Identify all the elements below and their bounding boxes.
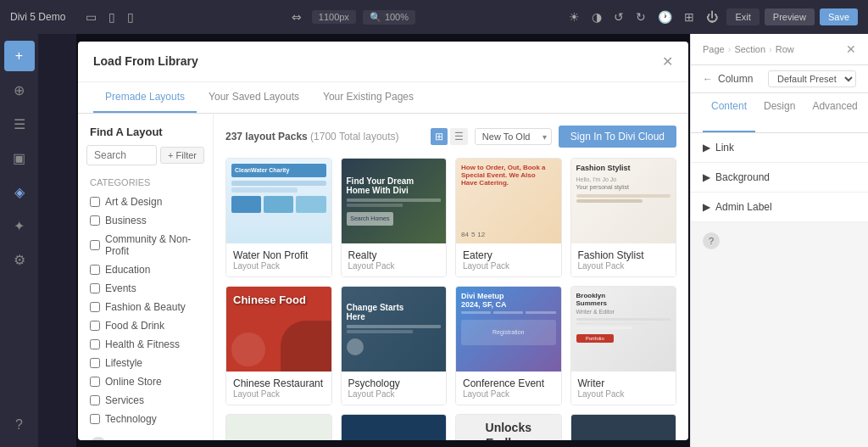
preset-select[interactable]: Default Preset: [768, 70, 856, 87]
grid-view-icon[interactable]: ⊞: [431, 128, 448, 145]
layout-grid-row3: Unlocks Endless: [225, 414, 676, 440]
modal-close-button[interactable]: ✕: [662, 53, 673, 70]
search-icon: 🔍: [370, 12, 381, 23]
category-health[interactable]: Health & Fitness: [78, 335, 213, 354]
sidebar-help[interactable]: ?: [78, 428, 213, 440]
power-icon[interactable]: ⏻: [703, 8, 721, 25]
settings-icon[interactable]: ◈: [4, 176, 35, 207]
tab-advanced[interactable]: Advanced: [804, 93, 865, 132]
tab-saved-layouts[interactable]: Your Saved Layouts: [197, 82, 311, 113]
card-thumbnail: Change StartsHere: [342, 287, 447, 372]
load-from-library-modal: Load From Library ✕ Premade Layouts Your…: [78, 42, 688, 440]
left-sidebar: + ⊕ ☰ ▣ ◈ ✦ ⚙ ?: [0, 34, 38, 447]
sun-icon[interactable]: ☀: [565, 8, 583, 25]
card-type: Layout Pack: [578, 261, 670, 271]
save-button[interactable]: Save: [820, 8, 858, 25]
grid-icon[interactable]: ▣: [4, 142, 35, 173]
category-events[interactable]: Events: [78, 279, 213, 298]
layout-card-partial-1[interactable]: [225, 414, 332, 440]
signin-button[interactable]: Sign In To Divi Cloud: [559, 126, 676, 148]
device-icons: ▭ ▯ ▯: [82, 8, 137, 25]
layout-card-psychology[interactable]: Change StartsHere Psychology: [341, 286, 448, 405]
layout-card-partial-4[interactable]: [570, 414, 677, 440]
expand-icon: ▶: [703, 142, 710, 154]
tablet-icon[interactable]: ▯: [105, 8, 119, 25]
layout-card-partial-2[interactable]: [341, 414, 448, 440]
category-technology[interactable]: Technology: [78, 410, 213, 428]
zoom-badge[interactable]: 🔍 100%: [363, 10, 415, 25]
moon-icon[interactable]: ◑: [588, 8, 605, 25]
menu-icon[interactable]: ☰: [4, 109, 35, 139]
layout-card-partial-3[interactable]: Unlocks Endless: [455, 414, 562, 440]
top-bar: Divi 5 Demo ▭ ▯ ▯ ⇔ 1100px 🔍 100% ☀ ◑ ↺ …: [0, 0, 868, 34]
layout-card-water-non-profit[interactable]: CleanWater Charity: [225, 158, 332, 277]
category-community[interactable]: Community & Non-Profit: [78, 230, 213, 260]
layout-card-realty[interactable]: Find Your DreamHome With Divi Search Hom…: [341, 158, 448, 277]
close-panel-button[interactable]: ✕: [846, 42, 856, 56]
card-name: Eatery: [463, 249, 554, 261]
filter-button[interactable]: + Filter: [160, 147, 204, 164]
right-panel: Page › Section › Row ✕ ← Column Default …: [690, 34, 868, 447]
exit-button[interactable]: Exit: [726, 8, 759, 25]
desktop-icon[interactable]: ▭: [82, 8, 100, 25]
help-icon[interactable]: ?: [4, 410, 35, 440]
layout-card-writer[interactable]: BrooklynSummers Writer & Editor Portfoli…: [570, 286, 677, 405]
category-business[interactable]: Business: [78, 211, 213, 230]
category-lifestyle[interactable]: Lifestyle: [78, 354, 213, 372]
category-fashion[interactable]: Fashion & Beauty: [78, 298, 213, 316]
tab-content[interactable]: Content: [703, 93, 755, 132]
search-row: + Filter: [78, 145, 213, 172]
layout-grid-row1: CleanWater Charity: [225, 158, 676, 277]
sort-wrapper: New To Old Old To New A to Z Z to A: [475, 128, 552, 145]
modal-header: Load From Library ✕: [78, 42, 688, 82]
background-section[interactable]: ▶ Background: [691, 163, 868, 193]
categories-title: Categories: [78, 172, 213, 193]
sort-select[interactable]: New To Old Old To New A to Z Z to A: [475, 128, 552, 145]
card-name: Writer: [578, 377, 670, 389]
tools-icon[interactable]: ⚙: [4, 244, 35, 275]
layout-card-conference-event[interactable]: Divi Meetup2024, SF, CA Registration: [455, 286, 562, 405]
mobile-icon[interactable]: ▯: [124, 8, 137, 25]
card-type: Layout Pack: [463, 389, 554, 399]
category-art-design[interactable]: Art & Design: [78, 193, 213, 211]
link-section[interactable]: ▶ Link: [691, 133, 868, 163]
tab-design[interactable]: Design: [755, 93, 804, 132]
layout-card-chinese-restaurant[interactable]: Chinese Food Chinese Restaurant Layout P…: [225, 286, 332, 405]
search-input[interactable]: [86, 145, 157, 165]
layout-card-fashion-stylist[interactable]: Fashion Stylist Hello, I'm Jo Jo Your pe…: [570, 158, 677, 277]
history-icon[interactable]: 🕐: [654, 8, 676, 25]
back-arrow-icon[interactable]: ←: [703, 73, 713, 85]
category-education[interactable]: Education: [78, 260, 213, 279]
layout-grid-row2: Chinese Food Chinese Restaurant Layout P…: [225, 286, 676, 405]
tab-premade-layouts[interactable]: Premade Layouts: [93, 82, 197, 113]
redo-icon[interactable]: ↻: [632, 8, 649, 25]
list-view-icon[interactable]: ☰: [450, 128, 468, 145]
paint-icon[interactable]: ✦: [4, 210, 35, 241]
panel-tabs: Content Design Advanced ▾ ☐: [691, 93, 868, 133]
card-thumbnail: Find Your DreamHome With Divi Search Hom…: [342, 159, 447, 243]
view-icons: ⊞ ☰: [431, 128, 468, 145]
layout-card-eatery[interactable]: How to Order, Out, Book aSpecial Event. …: [455, 158, 562, 277]
preview-button[interactable]: Preview: [765, 8, 815, 25]
category-services[interactable]: Services: [78, 391, 213, 410]
card-thumbnail: Chinese Food: [226, 287, 331, 372]
card-name: Fashion Stylist: [578, 249, 670, 261]
undo-icon[interactable]: ↺: [610, 8, 627, 25]
layers-icon[interactable]: ⊕: [4, 75, 35, 105]
total-count: (1700 Total layouts): [310, 131, 399, 142]
card-type: Layout Pack: [348, 261, 440, 271]
tab-existing-pages[interactable]: Your Existing Pages: [311, 82, 426, 113]
modal-overlay: Load From Library ✕ Premade Layouts Your…: [76, 34, 690, 447]
resize-icon: ⇔: [288, 8, 305, 25]
columns-icon[interactable]: ⊞: [681, 8, 698, 25]
width-badge[interactable]: 1100px: [312, 10, 356, 24]
category-online-store[interactable]: Online Store: [78, 372, 213, 391]
help-button[interactable]: ?: [703, 232, 720, 249]
category-food[interactable]: Food & Drink: [78, 316, 213, 335]
card-thumbnail: How to Order, Out, Book aSpecial Event. …: [456, 159, 561, 243]
admin-label-section[interactable]: ▶ Admin Label: [691, 193, 868, 222]
card-name: Psychology: [348, 377, 440, 389]
app-title: Divi 5 Demo: [10, 11, 65, 23]
add-element-button[interactable]: +: [4, 41, 35, 71]
breadcrumb: Page › Section › Row: [703, 44, 794, 54]
